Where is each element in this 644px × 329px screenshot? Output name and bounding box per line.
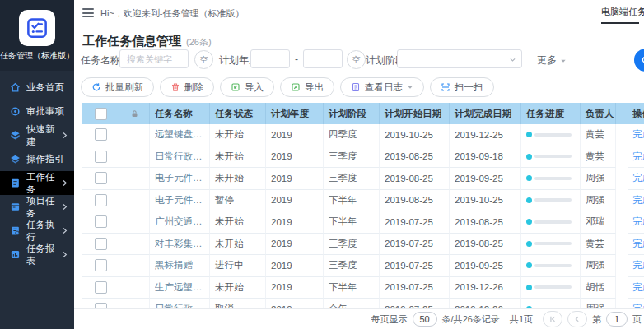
row-checkbox[interactable] bbox=[95, 303, 107, 308]
scrollbar-gutter bbox=[616, 103, 628, 124]
cell-start: 2019-07-25 bbox=[380, 255, 450, 277]
sidebar-item-home[interactable]: 业务首页 bbox=[0, 76, 74, 100]
report-icon bbox=[10, 249, 21, 260]
batch-refresh-button[interactable]: 批量刷新 bbox=[81, 77, 154, 97]
per-page-input[interactable] bbox=[413, 312, 437, 327]
task-name-link[interactable]: 生产远望电... bbox=[155, 281, 204, 294]
current-page-input[interactable] bbox=[606, 312, 628, 327]
progress-dot[interactable] bbox=[526, 285, 532, 290]
plan-stage-select[interactable] bbox=[397, 49, 522, 68]
complete-link[interactable]: 完成 bbox=[632, 172, 644, 184]
progress-dot[interactable] bbox=[526, 197, 532, 203]
progress-dot[interactable] bbox=[526, 219, 532, 225]
cell-check bbox=[82, 299, 119, 308]
cell-owner: 黄芸 bbox=[581, 124, 616, 146]
complete-link[interactable]: 完成 bbox=[632, 128, 644, 141]
row-checkbox[interactable] bbox=[95, 128, 107, 141]
cell-action: 完成 bbox=[628, 234, 644, 256]
progress-dot[interactable] bbox=[526, 175, 532, 181]
sidebar-item-approvals[interactable]: 审批事项 bbox=[0, 100, 74, 123]
complete-link[interactable]: 完成 bbox=[632, 259, 644, 271]
view-log-label: 查看日志 bbox=[365, 81, 403, 94]
view-log-button[interactable]: 查看日志 bbox=[340, 77, 424, 97]
cell-owner: 周强 bbox=[581, 299, 616, 308]
search-button[interactable] bbox=[634, 49, 644, 72]
column-header-year: 计划年度 bbox=[266, 103, 324, 124]
more-filters-button[interactable]: 更多 bbox=[537, 53, 567, 67]
row-checkbox[interactable] bbox=[95, 194, 107, 206]
cell-year: 2019 bbox=[266, 168, 324, 190]
task-name-link[interactable]: 对丰彩集团... bbox=[155, 238, 204, 250]
complete-link[interactable]: 完成 bbox=[632, 281, 644, 294]
progress-dot[interactable] bbox=[526, 262, 532, 268]
delete-button[interactable]: 删除 bbox=[160, 77, 214, 97]
first-page-button[interactable] bbox=[543, 311, 562, 327]
records-summary: 条/共26条记录 bbox=[442, 313, 500, 326]
cell-stage: 三季度 bbox=[324, 168, 380, 190]
main-area: Hi~，欢迎来到-任务管理（标准版） 电脑端任务 工作任务信息管理(26条) 任… bbox=[74, 0, 644, 329]
menu-toggle-icon[interactable] bbox=[82, 8, 94, 17]
sidebar-item-work-tasks[interactable]: 工作任务 bbox=[0, 171, 74, 195]
task-table: 任务名称任务状态计划年度计划阶段计划开始日期计划完成日期任务进度负责人操作 远望… bbox=[82, 103, 644, 308]
tab-desktop-tasks[interactable]: 电脑端任务 bbox=[601, 6, 639, 24]
task-name-link[interactable]: 电子元件采... bbox=[155, 194, 204, 206]
refresh-icon bbox=[91, 82, 101, 92]
sidebar-item-task-execution[interactable]: 任务执行 bbox=[0, 219, 74, 243]
select-all-checkbox[interactable] bbox=[95, 108, 107, 120]
row-checkbox[interactable] bbox=[95, 172, 107, 184]
row-checkbox[interactable] bbox=[95, 151, 107, 163]
cell-gutter bbox=[616, 146, 628, 169]
row-checkbox[interactable] bbox=[95, 238, 107, 250]
cell-lock bbox=[119, 211, 150, 234]
cell-name: 黑标捐赠 bbox=[150, 255, 210, 277]
progress-dot[interactable] bbox=[526, 154, 532, 160]
cell-status: 暂停 bbox=[210, 190, 266, 212]
sidebar-item-task-reports[interactable]: 任务报表 bbox=[0, 243, 74, 266]
range-separator: - bbox=[295, 53, 298, 65]
cell-gutter bbox=[616, 277, 628, 299]
import-button[interactable]: 导入 bbox=[220, 77, 274, 97]
cell-progress bbox=[521, 255, 581, 277]
row-checkbox[interactable] bbox=[95, 281, 107, 294]
cell-status: 未开始 bbox=[210, 234, 266, 256]
task-name-input[interactable] bbox=[119, 49, 189, 68]
row-checkbox[interactable] bbox=[95, 259, 107, 271]
progress-dot[interactable] bbox=[526, 132, 532, 137]
progress-dot[interactable] bbox=[526, 241, 532, 247]
clear-task-name-button[interactable]: 空 bbox=[194, 50, 213, 69]
task-name-link[interactable]: 日常行政考核 bbox=[155, 303, 204, 308]
cell-start: 2019-07-25 bbox=[380, 211, 450, 234]
filter-bar: 任务名称 空 计划年度 - 空 计划阶段 更多 bbox=[74, 49, 644, 72]
cell-start: 2019-08-25 bbox=[380, 190, 450, 212]
task-name-link[interactable]: 广州交通规... bbox=[155, 215, 204, 228]
task-name-link[interactable]: 电子元件采... bbox=[155, 172, 204, 184]
sidebar-item-quick-create[interactable]: 快速新建 bbox=[0, 123, 74, 147]
page-prefix: 第 bbox=[592, 313, 601, 326]
complete-link[interactable]: 完成 bbox=[632, 151, 644, 163]
sidebar-item-guide[interactable]: 操作指引 bbox=[0, 147, 74, 171]
task-name-link[interactable]: 黑标捐赠 bbox=[155, 259, 193, 271]
complete-link[interactable]: 完成 bbox=[632, 215, 644, 228]
cell-gutter bbox=[616, 124, 628, 146]
sidebar-item-project-tasks[interactable]: 项目任务 bbox=[0, 195, 74, 219]
export-button[interactable]: 导出 bbox=[280, 77, 334, 97]
prev-page-button[interactable] bbox=[567, 311, 587, 327]
progress-bar bbox=[534, 177, 572, 180]
table-row: 电子元件采...暂停2019下半年2019-08-252019-10-25周强完… bbox=[82, 190, 644, 212]
complete-link[interactable]: 完成 bbox=[632, 238, 644, 250]
cell-owner: 周强 bbox=[581, 168, 616, 190]
task-name-link[interactable]: 远望键盘的... bbox=[155, 128, 204, 141]
row-checkbox[interactable] bbox=[95, 215, 107, 228]
record-count-badge: (26条) bbox=[186, 37, 212, 47]
plan-year-from-input[interactable] bbox=[250, 49, 290, 68]
cell-name: 电子元件采... bbox=[150, 190, 210, 212]
cell-year: 2019 bbox=[266, 146, 324, 169]
clear-plan-year-button[interactable]: 空 bbox=[347, 50, 366, 69]
complete-link[interactable]: 完成 bbox=[632, 303, 644, 308]
task-name-link[interactable]: 日常行政考核 bbox=[155, 151, 204, 163]
cell-lock bbox=[119, 234, 150, 256]
worktask-icon bbox=[10, 178, 21, 188]
complete-link[interactable]: 完成 bbox=[632, 194, 644, 206]
plan-year-to-input[interactable] bbox=[303, 49, 343, 68]
scan-button[interactable]: 扫一扫 bbox=[430, 77, 494, 97]
